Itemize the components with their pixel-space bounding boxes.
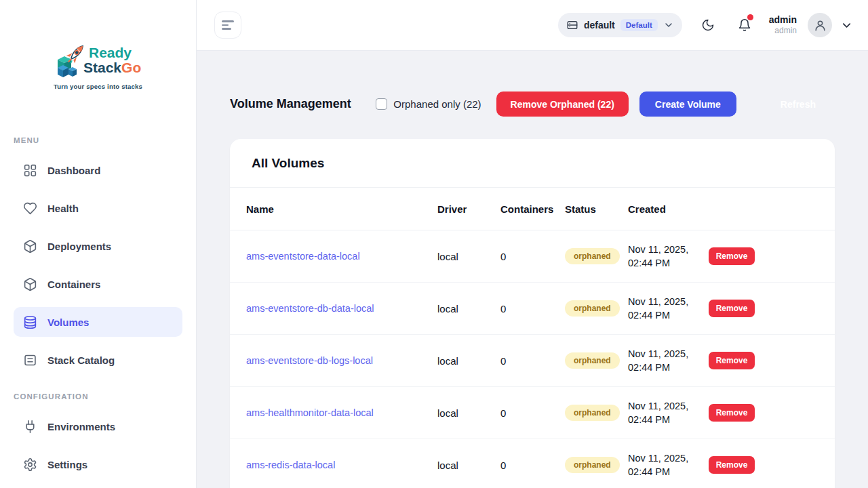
sidebar-item-label: Containers [47, 279, 100, 290]
volume-name-link[interactable]: ams-eventstore-db-data-local [246, 303, 374, 314]
column-header-status: Status [565, 203, 628, 215]
hamburger-icon [222, 20, 234, 22]
svg-text:StackGo: StackGo [83, 60, 141, 75]
cube-icon [23, 277, 38, 291]
content: Volume Management Orphaned only (22) Rem… [197, 51, 868, 488]
notification-dot [747, 14, 753, 20]
sidebar-item-settings[interactable]: Settings [14, 449, 182, 479]
user-icon [814, 19, 827, 32]
table-row: ams-healthmonitor-data-local local 0 orp… [230, 387, 835, 439]
volume-name-link[interactable]: ams-eventstore-db-logs-local [246, 355, 373, 366]
refresh-button[interactable]: Refresh [762, 92, 835, 117]
column-header-created: Created [628, 203, 709, 215]
sidebar-config-nav: Environments Settings [0, 411, 196, 479]
sidebar-item-label: Health [47, 203, 79, 214]
column-header-containers: Containers [500, 203, 565, 215]
sidebar-item-stack-catalog[interactable]: Stack Catalog [14, 345, 182, 375]
table-body: ams-eventstore-data-local local 0 orphan… [230, 230, 835, 488]
remove-volume-button[interactable]: Remove [709, 404, 755, 422]
sidebar-item-label: Dashboard [47, 165, 100, 176]
table-row: ams-eventstore-db-data-local local 0 orp… [230, 283, 835, 335]
sidebar-item-label: Deployments [47, 241, 111, 252]
sidebar-item-label: Settings [47, 459, 87, 470]
sidebar-nav: Dashboard Health Deployments Containers … [0, 155, 196, 375]
table-row: ams-eventstore-data-local local 0 orphan… [230, 230, 835, 283]
sidebar-item-containers[interactable]: Containers [14, 269, 182, 299]
volume-containers-count: 0 [500, 460, 565, 471]
volume-containers-count: 0 [500, 355, 565, 367]
brand-logo-image: Ready StackGo [54, 41, 143, 81]
volume-created: Nov 11, 2025, 02:44 PM [628, 295, 709, 322]
database-icon [23, 314, 38, 329]
brand-logo: Ready StackGo Turn your specs into stack… [0, 0, 196, 90]
orphaned-only-filter[interactable]: Orphaned only (22) [376, 98, 481, 110]
sidebar-toggle-button[interactable] [214, 12, 241, 39]
volumes-card: All Volumes Name Driver Containers Statu… [230, 139, 835, 488]
column-header-driver: Driver [437, 203, 500, 215]
page-title: Volume Management [230, 97, 351, 111]
volume-containers-count: 0 [500, 303, 565, 314]
moon-icon [701, 18, 715, 32]
environment-default-badge: Default [620, 19, 658, 31]
grid-icon [23, 163, 38, 178]
user-name: admin [769, 14, 797, 26]
remove-volume-button[interactable]: Remove [709, 352, 755, 369]
main-area: default Default admin admin [197, 0, 868, 488]
server-icon [566, 19, 578, 31]
table-row: ams-eventstore-db-logs-local local 0 orp… [230, 335, 835, 387]
svg-text:Ready: Ready [89, 45, 132, 60]
sidebar-item-health[interactable]: Health [14, 193, 182, 223]
sidebar-item-label: Environments [47, 421, 115, 432]
sidebar-item-dashboard[interactable]: Dashboard [14, 155, 182, 185]
volume-created: Nov 11, 2025, 02:44 PM [628, 243, 709, 270]
sidebar-item-deployments[interactable]: Deployments [14, 231, 182, 261]
chevron-down-icon [840, 19, 853, 32]
sidebar-item-volumes[interactable]: Volumes [14, 307, 182, 337]
page-actions: Orphaned only (22) Remove Orphaned (22) … [376, 92, 835, 117]
remove-orphaned-button[interactable]: Remove Orphaned (22) [496, 92, 629, 117]
page-header: Volume Management Orphaned only (22) Rem… [230, 92, 835, 117]
status-badge: orphaned [565, 457, 620, 473]
status-badge: orphaned [565, 352, 620, 369]
volume-name-link[interactable]: ams-healthmonitor-data-local [246, 407, 374, 418]
volume-driver: local [437, 303, 500, 314]
notifications-button[interactable] [731, 12, 758, 39]
remove-volume-button[interactable]: Remove [709, 247, 755, 265]
volume-name-link[interactable]: ams-eventstore-data-local [246, 251, 360, 262]
environment-selector[interactable]: default Default [558, 13, 682, 37]
chevron-down-icon [663, 20, 674, 30]
orphaned-only-checkbox[interactable] [376, 98, 387, 110]
sidebar: Ready StackGo Turn your specs into stack… [0, 0, 197, 488]
card-header: All Volumes [230, 139, 835, 188]
avatar[interactable] [808, 13, 832, 37]
remove-volume-button[interactable]: Remove [709, 456, 755, 474]
card-title: All Volumes [252, 156, 813, 171]
volume-driver: local [437, 460, 500, 471]
remove-volume-button[interactable]: Remove [709, 300, 755, 317]
volume-created: Nov 11, 2025, 02:44 PM [628, 399, 709, 426]
catalog-icon [23, 352, 38, 367]
column-header-name: Name [246, 203, 437, 215]
volume-name-link[interactable]: ams-redis-data-local [246, 460, 335, 470]
volume-created: Nov 11, 2025, 02:44 PM [628, 451, 709, 479]
dark-mode-toggle[interactable] [694, 12, 722, 39]
create-volume-button[interactable]: Create Volume [639, 92, 736, 117]
heart-icon [23, 201, 38, 216]
volume-containers-count: 0 [500, 251, 565, 262]
sidebar-section-menu: MENU [14, 136, 196, 144]
status-badge: orphaned [565, 300, 620, 317]
volume-driver: local [437, 251, 500, 262]
table-header-row: Name Driver Containers Status Created [230, 188, 835, 230]
topbar: default Default admin admin [197, 0, 868, 51]
sidebar-item-label: Volumes [47, 317, 89, 328]
sidebar-item-label: Stack Catalog [47, 354, 115, 366]
cube-icon [23, 239, 38, 253]
plug-icon [23, 419, 38, 434]
orphaned-only-label: Orphaned only (22) [393, 98, 481, 110]
topbar-right: default Default admin admin [558, 12, 853, 39]
sidebar-item-environments[interactable]: Environments [14, 411, 182, 441]
user-meta: admin admin [769, 14, 797, 37]
environment-name: default [584, 20, 615, 30]
user-menu-chevron[interactable] [840, 19, 853, 32]
volume-driver: local [437, 355, 500, 367]
